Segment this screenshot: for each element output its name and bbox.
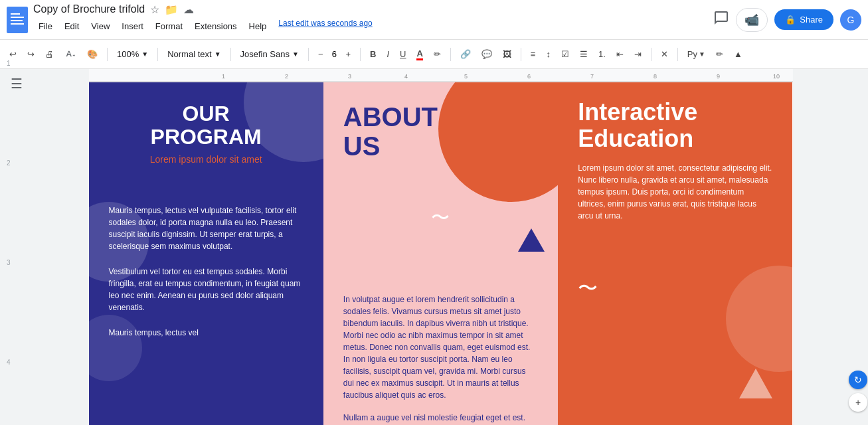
right-controls: ↻ + (848, 69, 868, 425)
cloud-icon[interactable]: ☁ (183, 3, 194, 16)
divider7 (521, 48, 521, 61)
center-body-text2: Nullam a augue vel nisl molestie feugiat… (343, 412, 538, 425)
triangle-bottom-right (739, 369, 772, 398)
clear-format-button[interactable]: ✕ (657, 46, 672, 62)
right-body-text: Lorem ipsum dolor sit amet, consectetur … (578, 162, 772, 222)
refresh-button[interactable]: ↻ (849, 371, 867, 389)
top-bar: Copy of Brochure trifold ☆ 📁 ☁ File Edit… (0, 0, 868, 40)
comment-inline-button[interactable]: 💬 (477, 46, 496, 62)
share-button[interactable]: 🔒 Share (774, 9, 833, 30)
checklist-button[interactable]: ☑ (557, 46, 573, 62)
italic-button[interactable]: I (383, 46, 393, 62)
outline-icon[interactable]: ☰ (11, 76, 23, 92)
doc-title-area: Copy of Brochure trifold ☆ 📁 ☁ File Edit… (33, 3, 373, 37)
svg-rect-2 (11, 17, 24, 18)
divider9 (677, 48, 678, 61)
paint-format-button[interactable]: 🎨 (83, 46, 102, 62)
top-right-buttons: 📹 🔒 Share G (713, 8, 861, 32)
collapse-toolbar-button[interactable]: ▲ (730, 46, 746, 62)
zoom-select[interactable]: 100% ▼ (113, 46, 152, 62)
divider4 (308, 48, 309, 61)
svg-text:9: 9 (717, 73, 720, 80)
meet-button[interactable]: 📹 (736, 8, 768, 32)
page-area: 1 2 3 4 5 6 7 8 9 10 (33, 69, 848, 425)
triangle-center (518, 228, 545, 252)
circle-top-left (244, 82, 323, 162)
image-button[interactable]: 🖼 (499, 46, 515, 62)
toolbar: ↩ ↪ 🖨 🎨 100% ▼ Normal text ▼ Josefin San… (0, 40, 868, 69)
bullet-list-button[interactable]: ☰ (576, 46, 592, 62)
svg-text:3: 3 (348, 73, 351, 80)
svg-text:1: 1 (222, 73, 225, 80)
folder-icon[interactable]: 📁 (165, 3, 178, 16)
style-select[interactable]: Normal text ▼ (163, 46, 224, 62)
svg-rect-4 (11, 23, 24, 25)
chevron-down-icon4: ▼ (699, 50, 705, 58)
left-body-text2: Vestibulum vel tortor eu est tempus soda… (109, 266, 304, 313)
indent-increase-button[interactable]: ⇥ (630, 46, 646, 62)
chevron-down-icon2: ▼ (215, 50, 221, 58)
svg-text:8: 8 (653, 73, 657, 80)
comments-button[interactable] (713, 10, 729, 29)
last-edit: Last edit was seconds ago (278, 19, 372, 34)
scroll-down-button[interactable]: + (849, 393, 867, 412)
menu-view[interactable]: View (86, 19, 115, 34)
divider6 (450, 48, 451, 61)
svg-text:4: 4 (404, 73, 408, 80)
numbered-list-button[interactable]: 1. (594, 46, 610, 62)
left-sidebar: ☰ 1 2 3 4 (0, 69, 33, 425)
divider1 (107, 48, 108, 61)
editing-mode-button[interactable]: Py ▼ (683, 46, 709, 62)
svg-rect-3 (11, 20, 23, 21)
underline-button[interactable]: U (396, 46, 410, 62)
svg-text:5: 5 (464, 73, 468, 80)
center-panel-content: ABOUT US 〜 In volutpat augue et lorem he… (323, 82, 558, 425)
menu-extensions[interactable]: Extensions (189, 19, 242, 34)
editor-container: ☰ 1 2 3 4 1 2 3 4 5 6 7 8 9 10 (0, 69, 868, 425)
align-button[interactable]: ≡ (527, 46, 540, 62)
left-panel-content: OUR PROGRAM Lorem ipsum dolor sit amet M… (89, 82, 323, 425)
highlight-button[interactable]: ✏ (430, 46, 445, 62)
svg-text:6: 6 (527, 73, 531, 80)
text-color-button[interactable]: A (412, 46, 426, 63)
link-button[interactable]: 🔗 (456, 46, 475, 62)
svg-text:10: 10 (773, 73, 780, 80)
font-size-decrease[interactable]: − (314, 46, 327, 62)
text-color-icon: A (416, 48, 422, 60)
font-size-increase[interactable]: + (341, 46, 355, 62)
redo-button[interactable]: ↪ (23, 46, 39, 62)
interactive-education-title: Interactive Education (578, 99, 772, 151)
lorem-subtitle: Lorem ipsum dolor sit amet (109, 154, 304, 165)
menu-insert[interactable]: Insert (116, 19, 149, 34)
menu-bar: File Edit View Insert Format Extensions … (33, 16, 373, 37)
divider8 (651, 48, 651, 61)
font-size-area: − 6 + (314, 46, 355, 62)
chevron-down-icon3: ▼ (292, 50, 299, 58)
spell-check-button[interactable] (60, 46, 80, 63)
line-spacing-button[interactable]: ↕ (542, 46, 555, 62)
menu-format[interactable]: Format (150, 19, 188, 34)
tilde-center: 〜 (431, 205, 450, 230)
indent-decrease-button[interactable]: ⇤ (612, 46, 628, 62)
avatar[interactable]: G (840, 9, 861, 31)
suggestions-button[interactable]: ✏ (712, 46, 727, 62)
svg-text:7: 7 (590, 73, 594, 80)
right-panel-content: Interactive Education Lorem ipsum dolor … (558, 82, 792, 425)
doc-title[interactable]: Copy of Brochure trifold (33, 3, 145, 15)
ruler: 1 2 3 4 5 6 7 8 9 10 (89, 69, 793, 82)
menu-help[interactable]: Help (244, 19, 272, 34)
page-numbers: 1 2 3 4 (7, 69, 11, 425)
menu-edit[interactable]: Edit (59, 19, 84, 34)
brochure: OUR PROGRAM Lorem ipsum dolor sit amet M… (89, 82, 793, 425)
bold-button[interactable]: B (366, 46, 380, 62)
svg-text:2: 2 (285, 73, 288, 80)
print-button[interactable]: 🖨 (41, 46, 58, 62)
star-icon[interactable]: ☆ (150, 3, 159, 16)
divider5 (360, 48, 361, 61)
font-select[interactable]: Josefin Sans ▼ (236, 46, 303, 62)
center-body-text1: In volutpat augue et lorem hendrerit sol… (343, 294, 538, 401)
divider2 (157, 48, 158, 61)
menu-file[interactable]: File (33, 19, 58, 34)
circle-left2 (89, 315, 142, 381)
svg-rect-1 (11, 13, 20, 15)
